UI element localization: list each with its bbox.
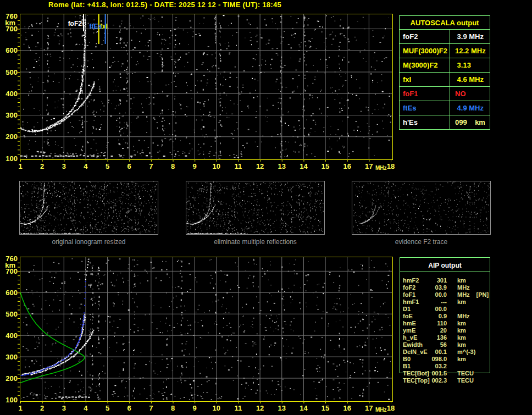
aip-value: 00.0: [429, 291, 447, 298]
series-Es-trace: [36, 394, 90, 397]
series-scaled-trace: [21, 315, 85, 376]
aip-value: 002.3: [429, 377, 447, 384]
svg-text:2: 2: [40, 162, 44, 170]
autoscala-row-label: fxI: [400, 73, 450, 86]
thumbnail-evidence-f2-trace: [352, 181, 491, 235]
autoscala-screen: Rome (lat: +41.8, lon: 012.5) - DATE: 20…: [0, 0, 532, 415]
aip-value: 00.0: [429, 306, 447, 313]
svg-text:600: 600: [5, 46, 18, 54]
aip-unit: MHz: [457, 313, 470, 320]
aip-row-tectop: TEC[Top]002.3TECU: [403, 377, 474, 384]
axis-labels: 760700600500400300200100km12345678910111…: [5, 254, 395, 413]
autoscala-row-label: MUF(3000)F2: [400, 44, 450, 58]
autoscala-row-value: 4.6 MHz: [450, 73, 490, 86]
autoscala-row-value: 12.2 MHz: [450, 44, 490, 58]
aip-value: 03.2: [429, 363, 447, 370]
aip-unit: TECU: [457, 370, 474, 377]
aip-value: ---: [429, 298, 447, 306]
aip-unit: m^(-3): [457, 348, 475, 356]
svg-text:7: 7: [149, 404, 153, 412]
aip-value: 110: [429, 320, 447, 327]
axis-ticks: [18, 263, 391, 403]
aip-table-header: AIP output: [400, 262, 490, 269]
thumbnail-original-ionogram-canvas: [20, 181, 158, 234]
svg-text:4: 4: [84, 404, 88, 412]
aip-name: hmE: [403, 320, 429, 327]
aip-row-tecbot: TEC[Bot]001.5TECU: [403, 370, 474, 377]
autoscala-row-label: ftEs: [400, 101, 450, 115]
svg-text:7: 7: [149, 162, 153, 170]
aip-name: TEC[Bot]: [403, 370, 429, 377]
svg-text:100: 100: [5, 396, 18, 404]
aip-name: Ewidth: [403, 341, 429, 348]
thumbnail-noise: [353, 181, 490, 234]
autoscala-row-fof2: foF2 3.9 MHz: [400, 30, 490, 44]
aip-row-b1: B103.2: [403, 363, 447, 370]
aip-unit: MHz: [457, 284, 470, 291]
svg-text:9: 9: [193, 404, 197, 412]
autoscala-output-table: AUTOSCALA output foF2 3.9 MHzMUF(3000)F2…: [399, 15, 490, 130]
svg-text:11: 11: [235, 404, 242, 412]
svg-text:200: 200: [5, 374, 18, 383]
aip-name: ymE: [403, 327, 429, 334]
aip-unit: km: [457, 327, 466, 334]
plot-border: [20, 257, 393, 402]
aip-row-foe: foE0.9MHz: [403, 313, 470, 320]
svg-text:16: 16: [343, 162, 351, 170]
thumbnail-trace: [361, 206, 380, 224]
aip-unit: km: [457, 277, 466, 284]
aip-unit: km: [457, 356, 466, 363]
aip-unit: km: [457, 334, 466, 341]
thumbnail-caption-eliminate: eliminate multiple reflections: [186, 238, 325, 246]
svg-text:9: 9: [193, 162, 197, 170]
aip-row-yme: ymE20km: [403, 327, 466, 334]
autoscala-table-header: AUTOSCALA output: [400, 16, 490, 30]
series-Es-stub: [37, 151, 46, 153]
svg-text:18: 18: [387, 404, 395, 412]
autoscala-row-value: 3.9 MHz: [450, 30, 490, 43]
aip-unit: MHz: [457, 291, 470, 298]
svg-text:4: 4: [84, 162, 88, 170]
aip-name: hmF1: [403, 298, 429, 306]
svg-text:5: 5: [106, 404, 109, 412]
autoscala-row-label: foF1: [400, 87, 450, 101]
aip-unit: km: [457, 320, 466, 327]
aip-row-d1: D100.0: [403, 306, 447, 313]
aip-unit: km: [457, 341, 466, 348]
autoscala-row-hes: h'Es099 km: [400, 115, 490, 129]
aip-value: 56: [429, 341, 447, 348]
autoscala-row-muf3000f2: MUF(3000)F212.2 MHz: [400, 44, 490, 58]
noise-dots: [21, 258, 391, 400]
svg-text:100: 100: [5, 154, 18, 163]
svg-text:8: 8: [171, 162, 175, 170]
aip-row-hmf1: hmF1---km: [403, 298, 466, 306]
thumbnail-evidence-f2-trace-canvas: [352, 181, 490, 234]
autoscala-row-fxi: fxI 4.6 MHz: [400, 73, 490, 87]
thumbnail-eliminate-reflections-canvas: [186, 181, 324, 234]
svg-text:10: 10: [213, 404, 220, 412]
thumbnail-noise: [186, 181, 324, 234]
autoscala-row-label: foF2: [400, 30, 450, 43]
aip-unit: km: [457, 298, 466, 306]
marker-label-foF2: foF2: [68, 20, 82, 27]
aip-value: 00.1: [429, 348, 447, 356]
series-Es-trace: [20, 155, 187, 157]
aip-row-fof1: foF100.0MHz[PN]: [403, 291, 489, 298]
aip-name: B1: [403, 363, 429, 370]
svg-text:MHz: MHz: [375, 407, 387, 413]
svg-text:8: 8: [171, 404, 175, 412]
aip-value: 301: [429, 277, 447, 284]
aip-extra: [PN]: [476, 291, 489, 298]
aip-header-divider: [400, 272, 490, 272]
svg-text:12: 12: [256, 404, 264, 412]
aip-name: foF2: [403, 284, 429, 291]
aip-row-fof2: foF203.9MHz: [403, 284, 470, 291]
autoscala-row-ftes: ftEs 4.9 MHz: [400, 101, 490, 115]
svg-text:500: 500: [5, 310, 18, 318]
svg-text:13: 13: [278, 162, 286, 170]
svg-text:15: 15: [322, 404, 329, 412]
ionogram-plot-bottom: 760700600500400300200100km12345678910111…: [0, 250, 407, 415]
svg-text:MHz: MHz: [375, 165, 387, 171]
series-X-trace: [31, 330, 95, 375]
autoscala-row-fof1: foF1NO: [400, 87, 490, 101]
